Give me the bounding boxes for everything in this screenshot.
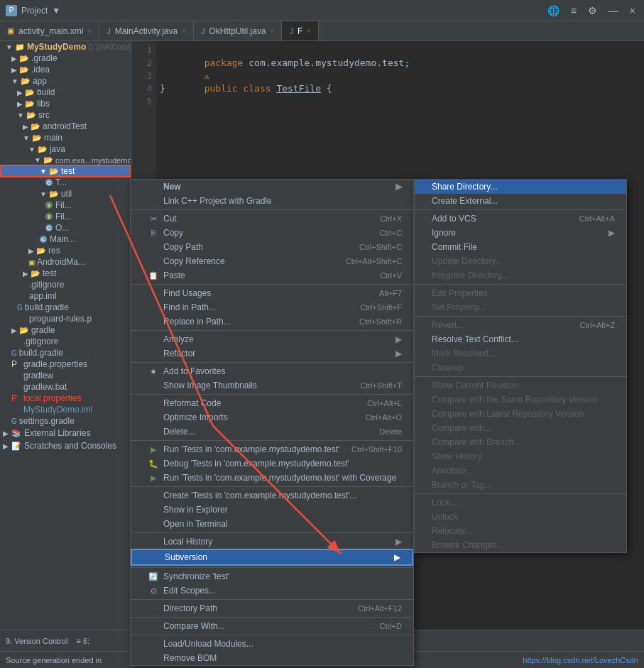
menu-refactor[interactable]: Refactor ▶ — [131, 346, 413, 361]
menu-create-external[interactable]: Create External... — [415, 194, 626, 208]
menu-local-history[interactable]: Local History ▶ — [131, 535, 413, 549]
shortcut: Ctrl+V — [380, 271, 402, 280]
menu-share-dir[interactable]: Share Directory... — [415, 180, 626, 194]
tree-libs[interactable]: ▶ 📂 libs — [0, 98, 131, 109]
menu-resolve-conflict[interactable]: Resolve Text Conflict... — [415, 332, 626, 346]
menu-find-path[interactable]: Find in Path... Ctrl+Shift+F — [131, 300, 413, 314]
tab-close[interactable]: × — [182, 27, 186, 35]
menu-delete[interactable]: Delete... Delete — [131, 425, 413, 439]
menu-copy-path[interactable]: Copy Path Ctrl+Shift+C — [131, 240, 413, 254]
menu-cut[interactable]: ✂ Cut Ctrl+X — [131, 212, 413, 226]
tree-gitignore[interactable]: .gitignore — [0, 279, 131, 290]
dropdown-icon[interactable]: ▼ — [52, 6, 60, 16]
root-path: D:\SVNCode\... — [88, 43, 131, 51]
menu-debug-tests[interactable]: 🐛 Debug 'Tests in 'com.example.mystudyde… — [131, 456, 413, 471]
menu-find-usages[interactable]: Find Usages Alt+F7 — [131, 286, 413, 300]
tab-f[interactable]: J F × — [282, 21, 319, 40]
menu-copy[interactable]: ⎘ Copy Ctrl+C — [131, 226, 413, 240]
menu-run-tests[interactable]: ▶ Run 'Tests in 'com.example.mystudydemo… — [131, 442, 413, 456]
tab-okhttputil[interactable]: J OkHttpUtil.java × — [194, 21, 282, 40]
menu-copy-ref[interactable]: Copy Reference Ctrl+Alt+Shift+C — [131, 254, 413, 268]
menu-add-favorites[interactable]: ★ Add to Favorites — [131, 364, 413, 378]
menu-edit-scopes[interactable]: ⊙ Edit Scopes... — [131, 584, 413, 598]
menu-show-explorer[interactable]: Show in Explorer — [131, 503, 413, 517]
minimize-icon[interactable]: — — [606, 5, 621, 16]
tree-root[interactable]: ▼ 📁 MyStudyDemo D:\SVNCode\... — [0, 41, 131, 53]
tree-o-file[interactable]: C O... — [0, 222, 131, 234]
menu-label: Synchronize 'test' — [163, 571, 229, 581]
menu-subversion[interactable]: Subversion ▶ — [131, 549, 413, 566]
menu-synchronize[interactable]: 🔄 Synchronize 'test' — [131, 569, 413, 584]
tree-androidtest[interactable]: ▶ 📂 androidTest — [0, 121, 131, 132]
menu-remove-bom[interactable]: Remove BOM — [131, 651, 413, 665]
menu-label: Debug 'Tests in 'com.example.mystudydemo… — [163, 459, 349, 469]
tree-main-file[interactable]: C Main... — [0, 234, 131, 245]
menu-link-cpp[interactable]: Link C++ Project with Gradle — [131, 194, 413, 208]
tree-gradlew[interactable]: gradlew — [0, 370, 131, 381]
globe-icon[interactable]: 🌐 — [545, 5, 562, 16]
scratches-label: Scratches and Consoles — [24, 441, 116, 451]
settings-icon[interactable]: ⚙ — [585, 5, 600, 16]
menu-commit-file[interactable]: Commit File — [415, 240, 626, 254]
tree-java[interactable]: ▼ 📂 java — [0, 143, 131, 155]
close-icon[interactable]: × — [627, 5, 638, 16]
tree-test2[interactable]: ▶ 📂 test — [0, 268, 131, 279]
tree-gradle[interactable]: ▶ 📂 .gradle — [0, 53, 131, 64]
menu-paste[interactable]: 📋 Paste Ctrl+V — [131, 268, 413, 283]
tree-t-file[interactable]: C T... — [0, 177, 131, 188]
tree-build-gradle2[interactable]: G build.gradle — [0, 347, 131, 358]
menu-dir-path[interactable]: Directory Path Ctrl+Alt+F12 — [131, 601, 413, 615]
tree-test-folder[interactable]: ▼ 📂 test — [0, 165, 131, 177]
menu-run-coverage[interactable]: ▶ Run 'Tests in 'com.example.mystudydemo… — [131, 471, 413, 485]
tree-item-label: Main... — [50, 234, 75, 244]
sort-icon[interactable]: ≡ — [568, 5, 579, 16]
tree-util-folder[interactable]: ▼ 📂 util — [0, 188, 131, 199]
menu-create-tests[interactable]: Create 'Tests in 'com.example.mystudydem… — [131, 488, 413, 503]
tab-close[interactable]: × — [271, 27, 275, 35]
menu-analyze[interactable]: Analyze ▶ — [131, 332, 413, 346]
tab-close[interactable]: × — [87, 27, 92, 35]
tab-mainactivity[interactable]: J MainActivity.java × — [99, 21, 194, 40]
tree-main[interactable]: ▼ 📂 main — [0, 132, 131, 143]
icon6-label[interactable]: ≡ 6: — [76, 637, 89, 645]
tree-gitignore2[interactable]: .gitignore — [0, 336, 131, 347]
menu-label: Copy Path — [163, 242, 203, 252]
menu-open-terminal[interactable]: Open in Terminal — [131, 517, 413, 531]
code-content[interactable]: package com.example.mystudydemo.test; ⚠ … — [160, 44, 644, 108]
tree-com-package[interactable]: ▼ 📂 com.exa...mystudemo — [0, 155, 131, 165]
tree-gradle-folder[interactable]: ▶ 📂 gradle — [0, 324, 131, 336]
tree-build[interactable]: ▶ 📂 build — [0, 87, 131, 98]
tree-fil1[interactable]: I Fil... — [0, 199, 131, 211]
menu-image-thumbnails[interactable]: Show Image Thumbnails Ctrl+Shift+T — [131, 378, 413, 393]
tree-fil2[interactable]: I Fil... — [0, 211, 131, 222]
tree-external-libs[interactable]: ▶ 📚 External Libraries — [0, 427, 131, 439]
shortcut: Ctrl+Alt+O — [366, 413, 402, 422]
tree-app[interactable]: ▼ 📂 app — [0, 75, 131, 87]
tree-src[interactable]: ▼ 📂 src — [0, 109, 131, 121]
tree-settings-gradle[interactable]: G settings.gradle — [0, 415, 131, 427]
tree-build-gradle[interactable]: G build.gradle — [0, 302, 131, 313]
menu-optimize[interactable]: Optimize Imports Ctrl+Alt+O — [131, 410, 413, 425]
version-control-label[interactable]: 9: Version Control — [6, 637, 67, 645]
menu-add-vcs[interactable]: Add to VCS Ctrl+Alt+A — [415, 212, 626, 226]
tab-close[interactable]: × — [307, 27, 311, 35]
tree-local-props[interactable]: P local.properties — [0, 393, 131, 404]
tree-mystudydemo-iml[interactable]: MyStudyDemo.iml — [0, 404, 131, 415]
scope-icon: ⊙ — [148, 586, 159, 596]
tree-gradlew-bat[interactable]: gradlew.bat — [0, 381, 131, 393]
tree-gradle-props[interactable]: P gradle.properties — [0, 358, 131, 370]
tree-res[interactable]: ▶ 📂 res — [0, 245, 131, 256]
submenu-arrow: ▶ — [395, 537, 402, 547]
tree-scratches[interactable]: ▶ 📝 Scratches and Consoles — [0, 439, 131, 452]
tree-app-iml[interactable]: app.iml — [0, 290, 131, 302]
menu-replace-path[interactable]: Replace in Path... Ctrl+Shift+R — [131, 314, 413, 329]
tree-proguard[interactable]: proguard-rules.p — [0, 313, 131, 324]
tree-androidmanifest[interactable]: ▣ AndroidMa... — [0, 256, 131, 268]
menu-ignore[interactable]: Ignore ▶ — [415, 226, 626, 240]
menu-load-modules[interactable]: Load/Unload Modules... — [131, 637, 413, 651]
menu-reformat[interactable]: Reformat Code Ctrl+Alt+L — [131, 396, 413, 410]
tree-idea[interactable]: ▶ 📂 .idea — [0, 64, 131, 75]
menu-new[interactable]: New ▶ — [131, 180, 413, 194]
menu-compare-with[interactable]: Compare With... Ctrl+D — [131, 619, 413, 633]
tab-activity-main[interactable]: ▣ activity_main.xml × — [0, 21, 99, 40]
